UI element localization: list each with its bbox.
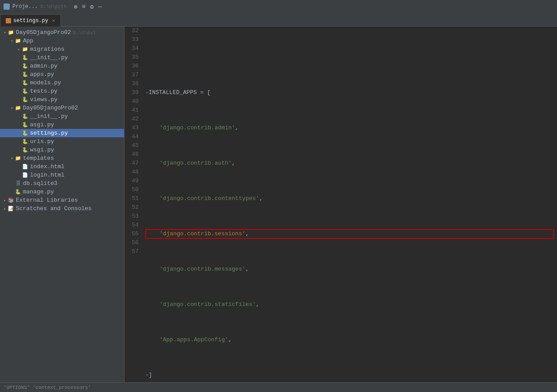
sidebar-item-init-pkg[interactable]: 🐍 __init__.py bbox=[0, 112, 124, 121]
code-span: INSTALLED_APPS bbox=[149, 89, 200, 96]
sidebar-item-migrations[interactable]: 📁 migrations bbox=[0, 45, 124, 53]
code-line-34: 'django.contrib.admin', bbox=[146, 124, 553, 132]
tab-settings[interactable]: settings.py ✕ bbox=[0, 14, 61, 26]
py-icon-asgi: 🐍 bbox=[22, 122, 28, 128]
sidebar-item-settings[interactable]: 🐍 settings.py bbox=[0, 129, 124, 137]
editor[interactable]: 32 33 34 35 36 37 38 39 40 41 42 43 44 4… bbox=[124, 26, 557, 382]
code-line-41: ▾] bbox=[146, 371, 553, 380]
ln-40: 40 bbox=[128, 97, 139, 106]
sidebar-label-apps: apps.py bbox=[30, 71, 54, 78]
arrow-views bbox=[16, 97, 22, 103]
tab-close-button[interactable]: ✕ bbox=[52, 18, 55, 23]
sidebar-item-manage[interactable]: 🐍 manage.py bbox=[0, 188, 124, 196]
arrow-wsgi bbox=[16, 147, 22, 153]
py-icon-init-app: 🐍 bbox=[22, 55, 28, 61]
sidebar-item-db[interactable]: 🗄 db.sqlite3 bbox=[0, 179, 124, 188]
code-content: ▾INSTALLED_APPS = [ 'django.contrib.admi… bbox=[142, 26, 557, 382]
sidebar-item-views[interactable]: 🐍 views.py bbox=[0, 95, 124, 104]
add-icon[interactable]: ⊕ bbox=[74, 3, 77, 11]
ln-35: 35 bbox=[128, 53, 139, 62]
py-icon-init-pkg: 🐍 bbox=[22, 113, 28, 120]
ln-57: 57 bbox=[128, 247, 139, 256]
code-span: , bbox=[235, 124, 239, 131]
project-icon bbox=[4, 4, 10, 10]
sidebar-label-urls: urls.py bbox=[30, 138, 54, 145]
code-span: , bbox=[228, 336, 232, 343]
ln-51: 51 bbox=[128, 194, 139, 203]
collapse-icon[interactable]: ≡ bbox=[82, 3, 85, 10]
libs-icon: 📚 bbox=[8, 197, 14, 204]
arrow-migrations bbox=[16, 46, 22, 53]
sidebar-item-ext-libs[interactable]: 📚 External Libraries bbox=[0, 196, 124, 204]
code-line-37: 'django.contrib.sessions', bbox=[146, 230, 553, 238]
sidebar-item-login[interactable]: 📄 login.html bbox=[0, 171, 124, 179]
ln-53: 53 bbox=[128, 212, 139, 221]
tab-bar: settings.py ✕ bbox=[0, 13, 557, 26]
sidebar-label-views: views.py bbox=[30, 96, 57, 103]
sidebar-item-app[interactable]: 📁 App bbox=[0, 37, 124, 45]
arrow-init-app bbox=[16, 55, 22, 61]
minimize-icon[interactable]: — bbox=[98, 3, 102, 10]
sidebar-item-templates[interactable]: 📁 templates bbox=[0, 154, 124, 162]
ln-34: 34 bbox=[128, 44, 139, 53]
code-span: , bbox=[245, 266, 249, 272]
sidebar-item-wsgi[interactable]: 🐍 wsgi.py bbox=[0, 146, 124, 154]
folder-icon-templates: 📁 bbox=[15, 155, 21, 162]
arrow-apps bbox=[16, 72, 22, 78]
arrow-index bbox=[16, 164, 22, 170]
main-layout: 📁 Day05DjangoPro02 D:\U\pyt 📁 App 📁 migr… bbox=[0, 26, 557, 382]
code-span: ] bbox=[149, 372, 152, 378]
sidebar-item-day05pkg[interactable]: 📁 Day05DjangoPro02 bbox=[0, 104, 124, 112]
ln-36: 36 bbox=[128, 62, 139, 71]
sidebar-label-migrations: migrations bbox=[30, 46, 64, 53]
sidebar-item-models[interactable]: 🐍 models.py bbox=[0, 79, 124, 87]
sidebar-label-init-app: __init__.py bbox=[30, 54, 68, 61]
arrow-db bbox=[9, 181, 15, 187]
sidebar-item-scratches[interactable]: 📝 Scratches and Consoles bbox=[0, 204, 124, 213]
arrow-tests bbox=[16, 88, 22, 94]
code-span: , bbox=[256, 301, 260, 308]
ln-45: 45 bbox=[128, 141, 139, 150]
bottom-bar-text: 'OPTIONS' 'context_processors' bbox=[4, 385, 91, 390]
sidebar-item-apps[interactable]: 🐍 apps.py bbox=[0, 70, 124, 79]
scratches-icon: 📝 bbox=[8, 206, 14, 212]
settings-icon[interactable]: ⚙ bbox=[90, 3, 94, 11]
sidebar-label-day05: Day05DjangoPro02 bbox=[16, 29, 71, 36]
tab-label: settings.py bbox=[13, 18, 48, 24]
fold-arrow-41: ▾ bbox=[146, 373, 149, 378]
py-icon-manage: 🐍 bbox=[15, 189, 21, 195]
code-span: [ bbox=[207, 89, 211, 96]
sidebar-label-scratches: Scratches and Consoles bbox=[16, 205, 92, 212]
code-line-36: 'django.contrib.contenttypes', bbox=[146, 194, 553, 203]
code-span: 'django.contrib.staticfiles' bbox=[159, 301, 256, 308]
ln-41: 41 bbox=[128, 106, 139, 115]
py-icon-tests: 🐍 bbox=[22, 88, 28, 94]
sidebar-item-index[interactable]: 📄 index.html bbox=[0, 162, 124, 171]
py-icon-settings: 🐍 bbox=[22, 130, 28, 136]
sidebar-item-asgi[interactable]: 🐍 asgi.py bbox=[0, 121, 124, 129]
project-title: Proje... bbox=[12, 4, 38, 10]
arrow-admin bbox=[16, 63, 22, 69]
code-span: , bbox=[245, 230, 249, 237]
py-icon-apps: 🐍 bbox=[22, 72, 28, 78]
line-numbers: 32 33 34 35 36 37 38 39 40 41 42 43 44 4… bbox=[124, 26, 142, 382]
arrow-app bbox=[9, 38, 15, 44]
code-line-40: 'App.apps.AppConfig', bbox=[146, 335, 553, 344]
py-icon-wsgi: 🐍 bbox=[22, 147, 28, 153]
folder-icon-migrations: 📁 bbox=[22, 46, 28, 53]
sidebar-item-urls[interactable]: 🐍 urls.py bbox=[0, 137, 124, 146]
sidebar-item-init-app[interactable]: 🐍 __init__.py bbox=[0, 53, 124, 62]
py-icon-urls: 🐍 bbox=[22, 139, 28, 145]
py-icon-admin: 🐍 bbox=[22, 63, 28, 69]
py-icon-models: 🐍 bbox=[22, 80, 28, 86]
sidebar-item-day05[interactable]: 📁 Day05DjangoPro02 D:\U\pyt bbox=[0, 28, 124, 37]
folder-icon-app: 📁 bbox=[15, 38, 21, 44]
py-icon-views: 🐍 bbox=[22, 97, 28, 103]
ln-46: 46 bbox=[128, 150, 139, 159]
code-span: 'django.contrib.sessions' bbox=[159, 230, 245, 237]
sidebar-label-tests: tests.py bbox=[30, 88, 57, 94]
sidebar-label-settings: settings.py bbox=[30, 130, 68, 136]
sidebar-item-tests[interactable]: 🐍 tests.py bbox=[0, 87, 124, 95]
sidebar-item-admin[interactable]: 🐍 admin.py bbox=[0, 62, 124, 70]
arrow-ext-libs bbox=[2, 197, 8, 204]
